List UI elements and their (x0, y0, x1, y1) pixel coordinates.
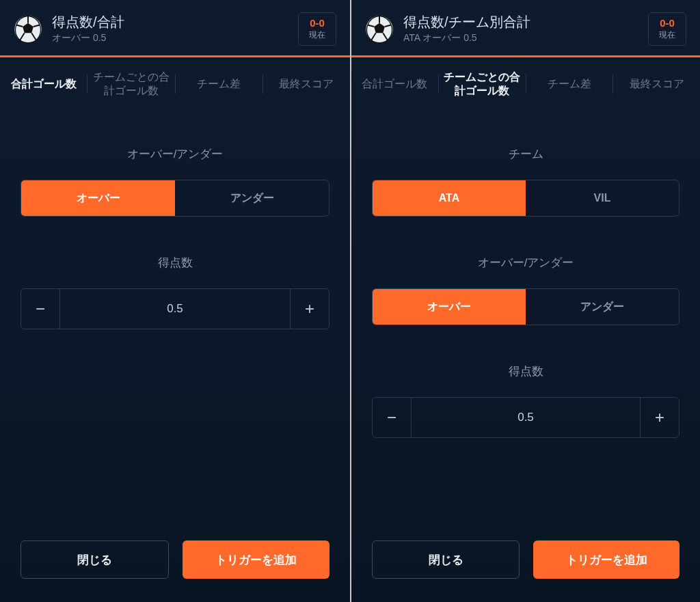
increment-button[interactable]: + (291, 289, 329, 329)
increment-button[interactable]: + (641, 398, 679, 437)
points-stepper: − 0.5 + (21, 288, 329, 329)
decrement-button[interactable]: − (21, 289, 59, 329)
header-subtitle: オーバー 0.5 (52, 32, 288, 44)
panel-footer: 閉じる トリガーを追加 (0, 541, 350, 602)
over-option[interactable]: オーバー (21, 180, 175, 216)
tabs: 合計ゴール数 チームごとの合計ゴール数 チーム差 最終スコア (0, 57, 350, 111)
over-under-segment: オーバー アンダー (21, 180, 329, 217)
panel-header: 得点数/チーム別合計 ATA オーバー 0.5 0-0 現在 (351, 0, 700, 55)
panel-total-goals: 得点数/合計 オーバー 0.5 0-0 現在 合計ゴール数 チームごとの合計ゴー… (0, 0, 350, 602)
tab-team-diff[interactable]: チーム差 (526, 57, 613, 111)
points-label: 得点数 (372, 364, 679, 379)
header-subtitle: ATA オーバー 0.5 (403, 32, 638, 44)
tab-final-score[interactable]: 最終スコア (263, 57, 350, 111)
under-option[interactable]: アンダー (526, 289, 679, 325)
header-titles: 得点数/合計 オーバー 0.5 (52, 14, 288, 44)
score-value: 0-0 (307, 17, 327, 29)
team-label: チーム (372, 146, 679, 162)
add-trigger-button[interactable]: トリガーを追加 (533, 541, 679, 579)
over-under-label: オーバー/アンダー (372, 255, 679, 271)
tab-final-score[interactable]: 最終スコア (613, 57, 700, 111)
score-value: 0-0 (657, 17, 677, 29)
decrement-button[interactable]: − (373, 398, 411, 437)
points-stepper: − 0.5 + (372, 397, 679, 438)
panel-team-goals: 得点数/チーム別合計 ATA オーバー 0.5 0-0 現在 合計ゴール数 チー… (350, 0, 700, 602)
tab-team-goals[interactable]: チームごとの合計ゴール数 (439, 57, 526, 111)
score-label: 現在 (307, 29, 327, 41)
over-option[interactable]: オーバー (373, 289, 526, 325)
tab-team-goals[interactable]: チームごとの合計ゴール数 (88, 57, 174, 111)
tabs: 合計ゴール数 チームごとの合計ゴール数 チーム差 最終スコア (351, 57, 700, 111)
header-titles: 得点数/チーム別合計 ATA オーバー 0.5 (403, 14, 638, 44)
panel-header: 得点数/合計 オーバー 0.5 0-0 現在 (0, 0, 350, 55)
soccer-ball-icon (365, 15, 394, 44)
score-label: 現在 (657, 29, 677, 41)
under-option[interactable]: アンダー (175, 180, 329, 216)
points-value: 0.5 (59, 289, 291, 329)
score-box: 0-0 現在 (648, 12, 686, 46)
close-button[interactable]: 閉じる (372, 541, 520, 579)
team-option-vil[interactable]: VIL (526, 180, 679, 216)
points-value: 0.5 (411, 398, 641, 437)
panel-content: チーム ATA VIL オーバー/アンダー オーバー アンダー 得点数 − 0.… (351, 111, 700, 438)
close-button[interactable]: 閉じる (21, 541, 169, 579)
tab-total-goals[interactable]: 合計ゴール数 (0, 57, 87, 111)
team-segment: ATA VIL (372, 180, 679, 217)
panel-footer: 閉じる トリガーを追加 (351, 541, 700, 602)
header-title: 得点数/合計 (52, 14, 288, 31)
points-label: 得点数 (21, 255, 329, 271)
over-under-segment: オーバー アンダー (372, 288, 679, 325)
score-box: 0-0 現在 (298, 12, 336, 46)
soccer-ball-icon (14, 15, 42, 44)
header-title: 得点数/チーム別合計 (403, 14, 638, 31)
tab-team-diff[interactable]: チーム差 (176, 57, 262, 111)
team-option-ata[interactable]: ATA (373, 180, 526, 216)
over-under-label: オーバー/アンダー (21, 146, 329, 162)
panel-content: オーバー/アンダー オーバー アンダー 得点数 − 0.5 + (0, 111, 350, 336)
add-trigger-button[interactable]: トリガーを追加 (183, 541, 329, 579)
tab-total-goals[interactable]: 合計ゴール数 (351, 57, 438, 111)
